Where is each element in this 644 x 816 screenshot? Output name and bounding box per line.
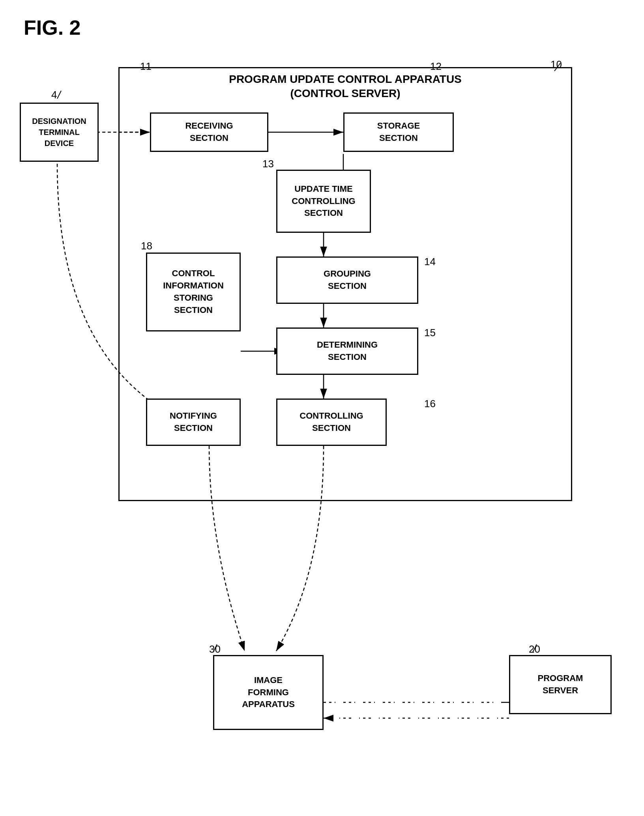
notifying-section-block: NOTIFYING SECTION — [146, 399, 241, 446]
determining-section-block: DETERMINING SECTION — [276, 328, 418, 375]
ref-12: 12 — [430, 60, 442, 73]
figure-title: FIG. 2 — [24, 16, 80, 39]
ref-11: 11 — [140, 60, 152, 73]
svg-line-34 — [533, 644, 537, 652]
grouping-section-block: GROUPING SECTION — [276, 256, 418, 304]
svg-line-33 — [213, 644, 217, 652]
ref-18: 18 — [141, 240, 152, 252]
program-server-block: PROGRAM SERVER — [509, 655, 612, 714]
receiving-section-block: RECEIVING SECTION — [150, 112, 268, 152]
controlling-section-block: CONTROLLING SECTION — [276, 399, 387, 446]
update-time-controlling-block: UPDATE TIME CONTROLLING SECTION — [276, 170, 371, 233]
main-box-title: PROGRAM UPDATE CONTROL APPARATUS (CONTRO… — [120, 72, 571, 101]
ref-13: 13 — [262, 158, 274, 170]
designation-terminal-block: DESIGNATION TERMINAL DEVICE — [20, 103, 99, 162]
svg-line-32 — [57, 91, 61, 99]
image-forming-apparatus-block: IMAGE FORMING APPARATUS — [213, 655, 324, 730]
control-info-storing-block: CONTROL INFORMATION STORING SECTION — [146, 253, 241, 331]
storage-section-block: STORAGE SECTION — [343, 112, 454, 152]
ref-16: 16 — [424, 398, 436, 410]
ref-15: 15 — [424, 327, 436, 339]
ref-14: 14 — [424, 256, 436, 268]
